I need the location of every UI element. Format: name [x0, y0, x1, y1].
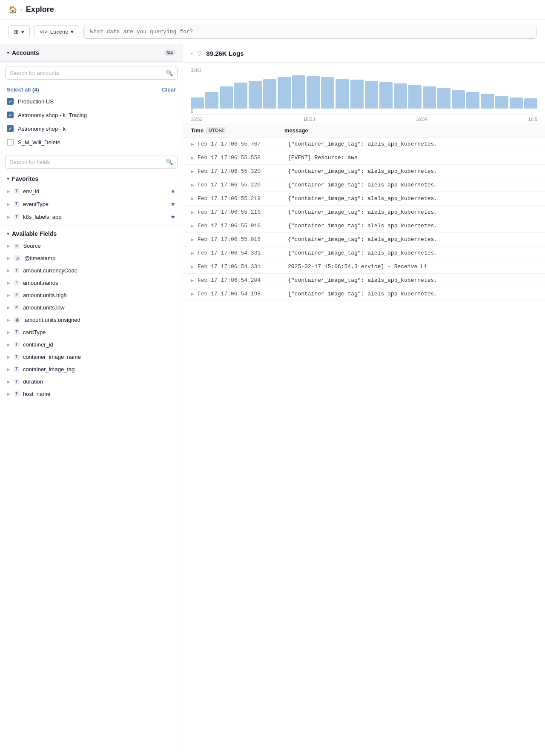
- field-item-k8s-labels-app[interactable]: ▶ T k8s_labels_app ★: [0, 210, 183, 223]
- chart-bar[interactable]: [278, 77, 291, 109]
- accounts-chevron-down-icon[interactable]: ▾: [7, 50, 9, 56]
- query-language-button[interactable]: </> Lucene ▾: [34, 25, 79, 38]
- field-item-amount-units-high[interactable]: ▶ # amount.units.high: [0, 289, 183, 301]
- field-item-amount-units-low[interactable]: ▶ # amount.units.low: [0, 301, 183, 314]
- log-time-cell: Feb 17 17:06:55.016: [198, 223, 288, 229]
- star-icon[interactable]: ★: [170, 213, 176, 220]
- log-message-cell: {"container_image_tag": alels_app_kubern…: [288, 223, 437, 229]
- chart-bar[interactable]: [205, 92, 218, 109]
- field-item-cardtype[interactable]: ▶ T cardType: [0, 326, 183, 338]
- field-item-timestamp[interactable]: ▶ ⊙ @timestamp: [0, 252, 183, 264]
- clear-button[interactable]: Clear: [162, 86, 176, 93]
- field-item-amount-units-unsigned[interactable]: ▶ ◉ amount.units.unsigned: [0, 314, 183, 326]
- log-message-cell: [EVENT] Resource: aws: [288, 155, 358, 161]
- chart-bar[interactable]: [408, 85, 422, 109]
- chart-bar[interactable]: [466, 92, 479, 109]
- account-checkbox-production-us[interactable]: ✓: [7, 98, 14, 105]
- field-item-host-name[interactable]: ▶ T host_name: [0, 388, 183, 400]
- row-expand-icon[interactable]: ▶: [191, 210, 194, 215]
- chart-bar[interactable]: [350, 80, 364, 109]
- utc-badge[interactable]: UTC+2: [206, 127, 226, 134]
- row-expand-icon[interactable]: ▶: [191, 237, 194, 242]
- field-item-env-id[interactable]: ▶ T env_id ★: [0, 185, 183, 198]
- chart-bar[interactable]: [234, 83, 247, 109]
- row-expand-icon[interactable]: ▶: [191, 278, 194, 283]
- checkmark-icon: ✓: [9, 99, 12, 104]
- field-item-eventtype[interactable]: ▶ T eventType ★: [0, 198, 183, 210]
- select-all-button[interactable]: Select all (4): [7, 86, 39, 93]
- chart-bar[interactable]: [263, 79, 276, 109]
- field-type-icon: #: [14, 280, 20, 286]
- account-checkbox-astronomy-ktracing[interactable]: ✓: [7, 112, 14, 118]
- sort-icon[interactable]: ↓: [229, 127, 231, 133]
- table-row[interactable]: ▶ Feb 17 17:06:54.331 {"container_image_…: [183, 246, 545, 260]
- table-row[interactable]: ▶ Feb 17 17:06:55.320 {"container_image_…: [183, 165, 545, 178]
- table-row[interactable]: ▶ Feb 17 17:06:55.016 {"container_image_…: [183, 219, 545, 233]
- available-fields-chevron-down-icon[interactable]: ▾: [7, 231, 9, 237]
- fields-search-input[interactable]: [10, 159, 162, 165]
- chart-bar[interactable]: [292, 75, 305, 109]
- table-row[interactable]: ▶ Feb 17 17:06:54.204 {"container_image_…: [183, 274, 545, 287]
- row-expand-icon[interactable]: ▶: [191, 223, 194, 228]
- checkmark-icon: ✓: [9, 126, 12, 131]
- row-expand-icon[interactable]: ▶: [191, 196, 194, 201]
- field-item-amount-nanos[interactable]: ▶ # amount.nanos: [0, 277, 183, 289]
- row-expand-icon[interactable]: ▶: [191, 142, 194, 146]
- chart-bar[interactable]: [220, 86, 233, 109]
- row-expand-icon[interactable]: ▶: [191, 264, 194, 269]
- field-item-amount-currencycode[interactable]: ▶ T amount.currencyCode: [0, 264, 183, 277]
- fields-search-box[interactable]: 🔍: [5, 155, 178, 169]
- chart-bar[interactable]: [524, 98, 537, 109]
- row-expand-icon[interactable]: ▶: [191, 169, 194, 174]
- field-item-left: ▶ ◉ amount.units.unsigned: [7, 317, 80, 323]
- field-item-duration[interactable]: ▶ T duration: [0, 375, 183, 388]
- account-item-astronomy-k[interactable]: ✓ Astronomy shop - k: [0, 122, 183, 135]
- account-checkbox-sm-will-delete[interactable]: [7, 139, 14, 146]
- data-source-button[interactable]: ⊞ ▾: [9, 25, 30, 38]
- table-row[interactable]: ▶ Feb 17 17:06:55.219 {"container_image_…: [183, 192, 545, 206]
- account-item-production-us[interactable]: ✓ Production US: [0, 94, 183, 108]
- field-item-container-image-name[interactable]: ▶ T container_image_name: [0, 351, 183, 363]
- table-row[interactable]: ▶ Feb 17 17:06:55.558 [EVENT] Resource: …: [183, 151, 545, 165]
- table-row[interactable]: ▶ Feb 17 17:06:55.219 {"container_image_…: [183, 206, 545, 219]
- accounts-search-box[interactable]: 🔍: [5, 66, 178, 80]
- table-row[interactable]: ▶ Feb 17 17:06:54.198 {"container_image_…: [183, 287, 545, 301]
- chart-bar[interactable]: [481, 94, 494, 109]
- home-icon[interactable]: 🏠: [9, 6, 17, 14]
- chart-bar[interactable]: [336, 79, 349, 109]
- account-item-astronomy-ktracing[interactable]: ✓ Astronomy shop - k_Tracing: [0, 108, 183, 122]
- filter-icon[interactable]: ▽: [197, 50, 202, 57]
- favorites-chevron-down-icon[interactable]: ▾: [7, 176, 9, 182]
- account-item-sm-will-delete[interactable]: S_M_Will_Delete: [0, 135, 183, 149]
- chart-bar[interactable]: [321, 77, 334, 109]
- field-item-container-image-tag[interactable]: ▶ T container_image_tag: [0, 363, 183, 375]
- query-input[interactable]: [83, 25, 536, 39]
- table-row[interactable]: ▶ Feb 17 17:06:55.220 {"container_image_…: [183, 178, 545, 192]
- chart-bar[interactable]: [249, 81, 262, 109]
- table-row[interactable]: ▶ Feb 17 17:06:55.016 {"container_image_…: [183, 233, 545, 246]
- chart-bar[interactable]: [191, 97, 204, 109]
- chart-bar[interactable]: [379, 82, 393, 109]
- chart-bar[interactable]: [307, 76, 320, 109]
- row-expand-icon[interactable]: ▶: [191, 292, 194, 296]
- accounts-section-header: ▾ Accounts 3/4: [0, 44, 183, 62]
- field-item-source[interactable]: ▶ ≡ Source: [0, 240, 183, 252]
- row-expand-icon[interactable]: ▶: [191, 251, 194, 255]
- chart-bar[interactable]: [365, 81, 378, 109]
- account-checkbox-astronomy-k[interactable]: ✓: [7, 125, 14, 132]
- back-icon[interactable]: ‹: [191, 49, 193, 57]
- chart-bar[interactable]: [510, 97, 523, 109]
- star-icon[interactable]: ★: [170, 188, 176, 195]
- row-expand-icon[interactable]: ▶: [191, 155, 194, 160]
- chart-bar[interactable]: [423, 86, 436, 109]
- chart-bar[interactable]: [495, 96, 508, 109]
- chart-bar[interactable]: [394, 83, 407, 109]
- table-row[interactable]: ▶ Feb 17 17:06:55.767 {"container_image_…: [183, 137, 545, 151]
- chart-bar[interactable]: [452, 90, 465, 109]
- table-row[interactable]: ▶ Feb 17 17:06:54.331 2025-02-17 15:06:5…: [183, 260, 545, 274]
- chart-bar[interactable]: [437, 88, 450, 109]
- row-expand-icon[interactable]: ▶: [191, 183, 194, 187]
- field-item-container-id[interactable]: ▶ T container_id: [0, 338, 183, 351]
- star-icon[interactable]: ★: [170, 200, 176, 207]
- accounts-search-input[interactable]: [10, 70, 162, 76]
